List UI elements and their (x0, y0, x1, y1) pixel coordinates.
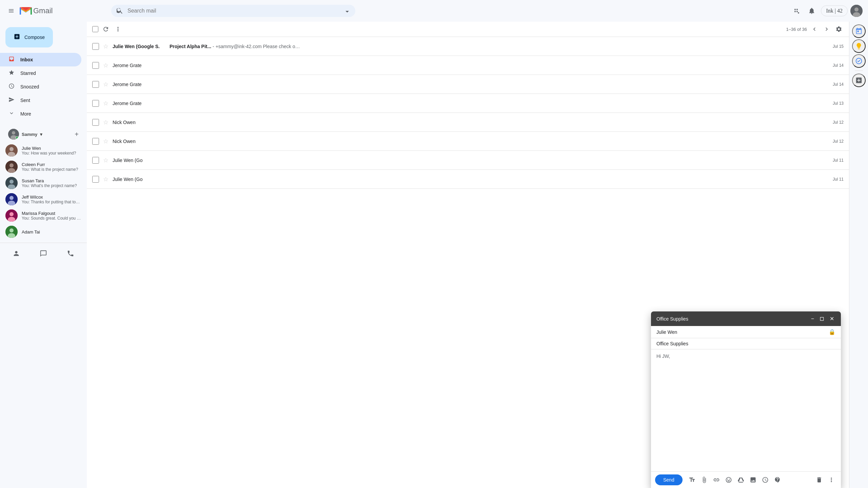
chat-icon-button[interactable] (37, 247, 50, 260)
email-checkbox[interactable] (92, 100, 99, 107)
add-app-button[interactable] (852, 74, 866, 87)
format-text-button[interactable] (687, 474, 697, 485)
inbox-label: Inbox (20, 57, 33, 62)
more-compose-options-button[interactable] (826, 474, 837, 485)
contact-adam-tai[interactable]: Adam Tai (0, 224, 87, 240)
compose-close-button[interactable]: ✕ (828, 315, 835, 323)
apps-button[interactable] (790, 5, 803, 17)
delete-compose-button[interactable] (814, 474, 825, 485)
notifications-button[interactable] (805, 4, 818, 17)
more-label: More (20, 111, 31, 117)
compose-body[interactable]: Hi JW, (651, 349, 841, 471)
email-row[interactable]: ☆ Jerome Grate Jul 14 (87, 56, 849, 75)
star-icon[interactable]: ☆ (103, 176, 108, 183)
more-actions-button[interactable] (113, 24, 123, 34)
nav-more[interactable]: More (0, 107, 81, 121)
email-date: Jul 15 (827, 44, 844, 49)
email-row[interactable]: ☆ Julie Wen (Google S. Project Alpha Pit… (87, 37, 849, 56)
insert-link-button[interactable] (711, 474, 722, 485)
people-icon-button[interactable] (10, 247, 23, 260)
tasks-icon-button[interactable] (852, 54, 866, 68)
ink42-badge[interactable]: Ink | 42 (821, 5, 848, 16)
starred-label: Starred (20, 70, 36, 76)
select-all-checkbox[interactable] (92, 26, 98, 32)
confidential-button[interactable] (760, 474, 771, 485)
right-divider (855, 70, 863, 71)
contact-preview: You: What's the project name? (22, 183, 81, 188)
email-sender: Julie Wen (Go (113, 177, 167, 182)
search-bar[interactable] (111, 5, 355, 17)
header-left: Gmail (5, 5, 107, 17)
compose-expand-button[interactable] (818, 315, 826, 323)
email-checkbox[interactable] (92, 157, 99, 164)
svg-point-3 (854, 7, 859, 12)
avatar[interactable] (850, 5, 863, 17)
phone-icon-button[interactable] (64, 247, 77, 260)
compose-button[interactable]: Compose (5, 27, 53, 47)
star-icon[interactable]: ☆ (103, 100, 108, 107)
email-sender: Jerome Grate (113, 82, 167, 87)
contact-name: Susan Tara (22, 178, 81, 183)
compose-subject-input[interactable] (656, 341, 835, 346)
contact-coleen-furr[interactable]: Coleen Furr You: What is the project nam… (0, 159, 87, 175)
contact-name: Coleen Furr (22, 162, 81, 167)
compose-footer-right (814, 474, 837, 485)
email-row[interactable]: ☆ Jerome Grate Jul 14 (87, 75, 849, 94)
calendar-icon-button[interactable] (852, 24, 866, 38)
svg-point-18 (9, 196, 14, 200)
hamburger-button[interactable] (5, 5, 17, 17)
signature-button[interactable] (772, 474, 783, 485)
contact-julie-wen[interactable]: Julie Wen You: How was your weekend? (0, 142, 87, 159)
email-checkbox[interactable] (92, 138, 99, 145)
contact-marissa-falgoust[interactable]: Marissa Falgoust You: Sounds great. Coul… (0, 207, 87, 224)
sent-label: Sent (20, 98, 30, 103)
compose-minimize-button[interactable]: − (810, 315, 815, 323)
next-page-button[interactable] (822, 24, 831, 34)
keep-icon-button[interactable] (852, 39, 866, 53)
settings-button[interactable] (834, 24, 844, 34)
contact-list: Julie Wen You: How was your weekend? Col… (0, 142, 87, 240)
insert-emoji-button[interactable] (723, 474, 734, 485)
nav-sent[interactable]: Sent (0, 94, 81, 107)
email-sender: Nick Owen (113, 139, 167, 144)
email-date: Jul 13 (827, 101, 844, 106)
attach-file-button[interactable] (699, 474, 710, 485)
star-icon[interactable]: ☆ (103, 157, 108, 164)
email-checkbox[interactable] (92, 62, 99, 69)
email-row[interactable]: ☆ Nick Owen Jul 12 (87, 113, 849, 132)
email-checkbox[interactable] (92, 176, 99, 183)
contact-jeff-wilcox[interactable]: Jeff Wilcox You: Thanks for putting that… (0, 191, 87, 207)
email-row[interactable]: ☆ Julie Wen (Go Jul 11 (87, 170, 849, 189)
compose-to-value: Julie Wen (656, 329, 829, 335)
email-checkbox[interactable] (92, 81, 99, 88)
drive-button[interactable] (735, 474, 746, 485)
contact-info-jeff: Jeff Wilcox You: Thanks for putting that… (22, 195, 81, 204)
contact-avatar-susan (5, 177, 18, 189)
star-icon[interactable]: ☆ (103, 62, 108, 69)
account-dropdown[interactable]: ▾ (40, 132, 42, 137)
star-icon[interactable]: ☆ (103, 119, 108, 126)
refresh-button[interactable] (101, 24, 111, 34)
search-input[interactable] (127, 8, 339, 14)
insert-photo-button[interactable] (748, 474, 758, 485)
search-dropdown-icon[interactable] (343, 7, 350, 14)
star-icon[interactable]: ☆ (103, 138, 108, 145)
send-button[interactable]: Send (655, 474, 683, 485)
contact-preview: You: Sounds great. Could you send (22, 216, 81, 221)
email-row[interactable]: ☆ Jerome Grate Jul 13 (87, 94, 849, 113)
star-icon[interactable]: ☆ (103, 81, 108, 88)
compose-header[interactable]: Office Supplies − ✕ (651, 311, 841, 326)
nav-inbox[interactable]: Inbox (0, 53, 81, 66)
email-row[interactable]: ☆ Julie Wen (Go Jul 11 (87, 151, 849, 170)
prev-page-button[interactable] (810, 24, 819, 34)
email-checkbox[interactable] (92, 119, 99, 126)
nav-starred[interactable]: Starred (0, 66, 81, 80)
contact-name: Marissa Falgoust (22, 211, 81, 216)
email-checkbox[interactable] (92, 43, 99, 50)
email-row[interactable]: ☆ Nick Owen Jul 12 (87, 132, 849, 151)
add-contact-button[interactable]: + (75, 130, 79, 138)
nav-snoozed[interactable]: Snoozed (0, 80, 81, 94)
contact-susan-tara[interactable]: Susan Tara You: What's the project name? (0, 175, 87, 191)
star-icon[interactable]: ☆ (103, 43, 108, 50)
gmail-label: Gmail (33, 6, 53, 15)
